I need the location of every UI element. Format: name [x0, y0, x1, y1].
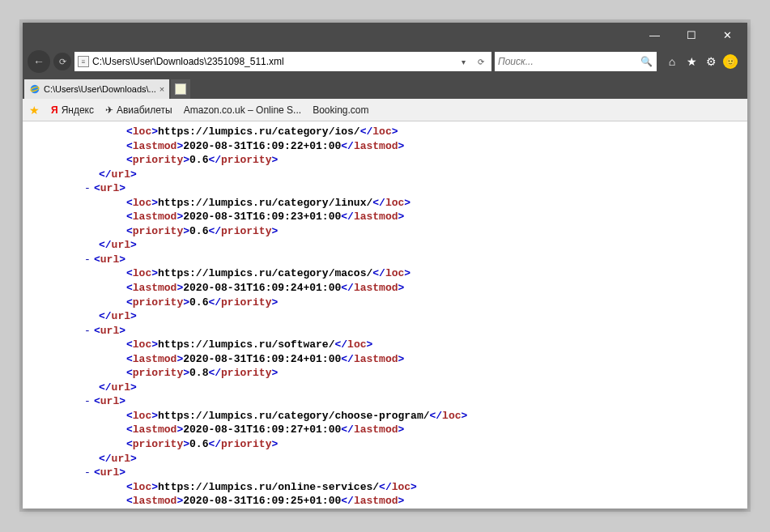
- tab-title: C:\Users\User\Downloads\...: [44, 84, 156, 94]
- bookmark-label: Amazon.co.uk – Online S...: [184, 104, 301, 116]
- xml-line: </url>: [29, 452, 741, 466]
- minimize-button[interactable]: —: [636, 24, 673, 45]
- collapse-toggle[interactable]: -: [84, 466, 94, 480]
- collapse-toggle[interactable]: -: [84, 324, 94, 338]
- address-text[interactable]: C:\Users\User\Downloads\2351098_511.xml: [92, 56, 453, 67]
- xml-line: <lastmod>2020-08-31T16:09:24+01:00</last…: [29, 352, 741, 367]
- xml-line: <lastmod>2020-08-31T16:09:24+01:00</last…: [29, 281, 741, 296]
- search-icon[interactable]: 🔍: [639, 56, 653, 67]
- xml-line: -<url>: [29, 181, 741, 196]
- xml-line: <loc>https://lumpics.ru/category/macos/<…: [29, 266, 741, 281]
- xml-line: </url>: [29, 309, 741, 324]
- bookmark-label: Яндекс: [62, 104, 94, 116]
- favorites-icon[interactable]: ★: [684, 54, 699, 69]
- maximize-button[interactable]: ☐: [673, 24, 709, 45]
- xml-line: <loc>https://lumpics.ru/online-services/…: [29, 480, 741, 495]
- smiley-icon[interactable]: 🙂: [723, 54, 738, 69]
- yandex-icon: Я: [51, 104, 58, 116]
- bookmark-amazon[interactable]: Amazon.co.uk – Online S...: [184, 104, 301, 116]
- xml-line: <priority>0.6</priority>: [29, 153, 741, 168]
- home-icon[interactable]: ⌂: [665, 54, 679, 69]
- bookmark-yandex[interactable]: Я Яндекс: [51, 104, 94, 116]
- xml-line: <lastmod>2020-08-31T16:09:22+01:00</last…: [29, 139, 741, 154]
- add-bookmark-icon[interactable]: ★: [29, 104, 40, 117]
- xml-line: <lastmod>2020-08-31T16:09:23+01:00</last…: [29, 210, 741, 224]
- navbar: ← ⟳ ≡ C:\Users\User\Downloads\2351098_51…: [23, 47, 747, 76]
- xml-line: -<url>: [29, 253, 741, 267]
- xml-line: </url>: [29, 168, 741, 182]
- new-tab-icon: [175, 83, 186, 95]
- xml-line: <priority>0.6</priority>: [29, 296, 741, 310]
- collapse-toggle[interactable]: -: [84, 253, 94, 267]
- xml-line: <loc>https://lumpics.ru/category/linux/<…: [29, 196, 741, 211]
- tab-active[interactable]: C:\Users\User\Downloads\... ×: [24, 79, 169, 99]
- bookmark-booking[interactable]: Booking.com: [313, 104, 368, 116]
- address-bar[interactable]: ≡ C:\Users\User\Downloads\2351098_511.xm…: [74, 52, 491, 71]
- collapse-toggle[interactable]: -: [84, 394, 94, 409]
- collapse-toggle[interactable]: -: [84, 181, 94, 196]
- close-button[interactable]: ✕: [709, 24, 746, 45]
- xml-line: <priority>0.8</priority>: [29, 366, 741, 381]
- xml-line: </url>: [29, 238, 741, 253]
- tabbar: C:\Users\User\Downloads\... ×: [23, 76, 747, 99]
- xml-viewer[interactable]: <loc>https://lumpics.ru/category/ios/</l…: [23, 121, 747, 509]
- page-icon: ≡: [78, 56, 89, 67]
- xml-line: <priority>0.6</priority>: [29, 224, 741, 239]
- xml-line: <loc>https://lumpics.ru/category/choose-…: [29, 409, 741, 423]
- bookmark-avia[interactable]: ✈ Авиабилеты: [105, 104, 172, 116]
- plane-icon: ✈: [105, 104, 113, 116]
- bookmark-label: Booking.com: [313, 104, 368, 116]
- xml-line: -<url>: [29, 324, 741, 338]
- search-input[interactable]: [498, 56, 639, 67]
- xml-line: -<url>: [29, 394, 741, 409]
- address-refresh[interactable]: ⟳: [474, 54, 488, 69]
- xml-line: <lastmod>2020-08-31T16:09:25+01:00</last…: [29, 494, 741, 509]
- new-tab-button[interactable]: [171, 79, 190, 99]
- bookmarks-bar: ★ Я Яндекс ✈ Авиабилеты Amazon.co.uk – O…: [23, 99, 747, 121]
- search-bar[interactable]: 🔍: [495, 52, 657, 71]
- back-button[interactable]: ←: [28, 50, 50, 73]
- xml-line: <lastmod>2020-08-31T16:09:27+01:00</last…: [29, 423, 741, 437]
- xml-line: <priority>0.6</priority>: [29, 437, 741, 452]
- tab-close-icon[interactable]: ×: [160, 84, 164, 94]
- xml-line: -<url>: [29, 466, 741, 480]
- xml-line: <loc>https://lumpics.ru/software/</loc>: [29, 338, 741, 352]
- xml-line: </url>: [29, 381, 741, 395]
- address-dropdown[interactable]: ▾: [456, 54, 470, 69]
- bookmark-label: Авиабилеты: [117, 104, 172, 116]
- gear-icon[interactable]: ⚙: [704, 54, 718, 69]
- xml-line: <loc>https://lumpics.ru/category/ios/</l…: [29, 125, 741, 139]
- refresh-button[interactable]: ⟳: [53, 53, 71, 70]
- toolbar-icons: ⌂ ★ ⚙ 🙂: [660, 54, 742, 69]
- titlebar: — ☐ ✕: [23, 23, 747, 47]
- ie-icon: [29, 83, 40, 95]
- browser-window: — ☐ ✕ ← ⟳ ≡ C:\Users\User\Downloads\2351…: [23, 23, 747, 509]
